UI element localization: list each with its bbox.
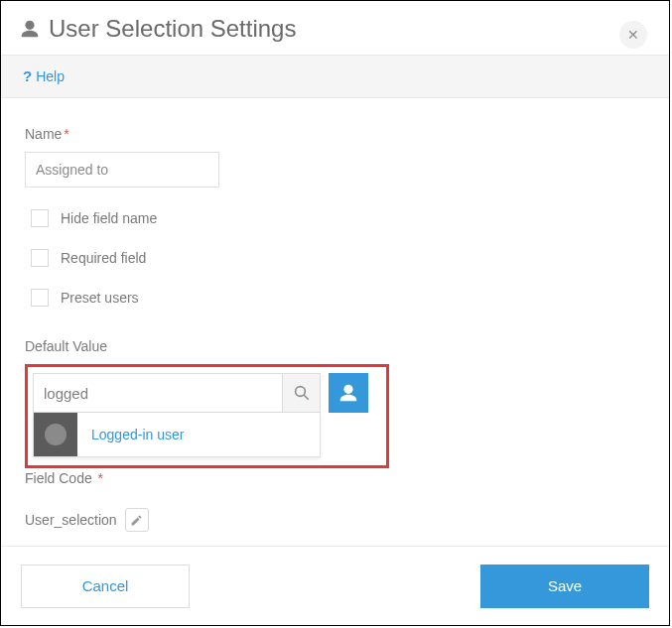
name-label: Name* — [25, 126, 645, 142]
dialog-title: User Selection Settings — [49, 15, 296, 43]
cancel-button[interactable]: Cancel — [21, 565, 190, 608]
default-value-search-row — [33, 373, 378, 413]
help-link[interactable]: ?Help — [23, 68, 65, 84]
dialog-footer: Cancel Save — [1, 546, 669, 625]
svg-point-3 — [343, 385, 352, 394]
preset-users-label: Preset users — [61, 290, 139, 306]
preset-users-row: Preset users — [31, 289, 645, 307]
suggestion-label: Logged-in user — [91, 427, 184, 442]
search-button[interactable] — [282, 374, 320, 412]
field-code-label: Field Code * — [25, 470, 645, 486]
help-label: Help — [36, 68, 65, 84]
svg-point-0 — [25, 21, 34, 30]
avatar — [34, 413, 77, 456]
name-input[interactable] — [25, 152, 219, 188]
default-value-label: Default Value — [25, 338, 645, 354]
svg-point-1 — [295, 387, 305, 397]
hide-field-name-row: Hide field name — [31, 209, 645, 227]
default-value-highlight: Logged-in user — [25, 364, 389, 468]
hide-field-name-checkbox[interactable] — [31, 209, 49, 227]
field-code-row: User_selection — [25, 508, 645, 532]
hide-field-name-label: Hide field name — [61, 210, 157, 226]
user-selection-settings-dialog: User Selection Settings ✕ ?Help Name* Hi… — [0, 0, 670, 626]
required-field-row: Required field — [31, 249, 645, 267]
required-asterisk: * — [98, 470, 103, 486]
user-icon — [19, 18, 41, 40]
pencil-icon — [130, 514, 143, 527]
dialog-header: User Selection Settings — [1, 1, 669, 55]
close-icon: ✕ — [627, 28, 639, 42]
search-input-wrap — [33, 373, 321, 413]
default-value-search-input[interactable] — [34, 374, 282, 412]
search-icon — [293, 384, 311, 402]
user-group-icon — [337, 382, 359, 404]
edit-field-code-button[interactable] — [125, 508, 149, 532]
preset-users-checkbox[interactable] — [31, 289, 49, 307]
suggestion-logged-in-user[interactable]: Logged-in user — [34, 413, 320, 456]
default-value-section: Default Value — [25, 338, 645, 486]
help-bar: ?Help — [1, 55, 669, 98]
field-code-value: User_selection — [25, 512, 117, 528]
svg-line-2 — [304, 395, 309, 400]
avatar-placeholder-icon — [45, 424, 67, 445]
help-icon: ? — [23, 67, 32, 84]
dialog-body: Name* Hide field name Required field Pre… — [1, 98, 669, 532]
required-field-label: Required field — [61, 250, 146, 266]
org-picker-button[interactable] — [329, 373, 368, 413]
search-suggestions-dropdown: Logged-in user — [33, 413, 321, 457]
required-field-checkbox[interactable] — [31, 249, 49, 267]
close-button[interactable]: ✕ — [619, 21, 647, 49]
required-asterisk: * — [64, 126, 68, 142]
save-button[interactable]: Save — [480, 565, 649, 608]
